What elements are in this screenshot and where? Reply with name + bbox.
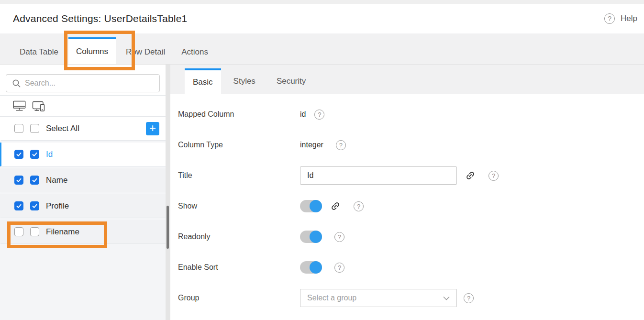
tab-columns[interactable]: Columns xyxy=(68,37,116,64)
search-input[interactable] xyxy=(25,79,159,88)
show-toggle[interactable] xyxy=(300,200,322,212)
column-label: Id xyxy=(46,150,53,159)
advanced-settings-modal: Advanced Settings: UserDetailsTable1 Hel… xyxy=(0,0,644,320)
tab-basic[interactable]: Basic xyxy=(185,68,221,94)
device-visibility-header xyxy=(0,96,166,117)
column-row-id[interactable]: Id xyxy=(0,143,166,166)
mobile-checkbox[interactable] xyxy=(30,201,39,210)
tab-styles[interactable]: Styles xyxy=(223,77,266,94)
chevron-down-icon xyxy=(443,296,450,300)
mobile-checkbox[interactable] xyxy=(30,227,39,236)
desktop-checkbox[interactable] xyxy=(14,176,23,185)
help-icon[interactable] xyxy=(336,140,346,150)
tab-security[interactable]: Security xyxy=(266,77,316,94)
tab-data-table[interactable]: Data Table xyxy=(11,47,67,64)
form-row-readonly: Readonly xyxy=(178,228,644,245)
field-label: Enable Sort xyxy=(178,263,300,272)
page-background-strip xyxy=(0,0,644,4)
group-select-placeholder: Select a group xyxy=(307,294,443,302)
column-row-filename[interactable]: Filename xyxy=(0,220,166,244)
help-icon xyxy=(604,13,615,24)
column-label: Profile xyxy=(46,201,69,211)
select-all-label: Select All xyxy=(46,124,79,133)
field-label: Title xyxy=(178,171,300,180)
form-row-title: Title xyxy=(178,167,644,184)
columns-sidebar: Select All + Id Name Profile xyxy=(0,65,166,320)
form-row-group: Group Select a group xyxy=(178,289,644,307)
desktop-checkbox[interactable] xyxy=(14,124,23,133)
column-detail-panel: Basic Styles Security Mapped Column id C… xyxy=(170,65,644,320)
form-row-column-type: Column Type integer xyxy=(178,136,644,154)
form-row-mapped-column: Mapped Column id xyxy=(178,106,644,123)
form-row-show: Show xyxy=(178,198,644,215)
column-type-value: integer xyxy=(300,141,323,149)
desktop-checkbox[interactable] xyxy=(14,227,23,236)
tab-actions[interactable]: Actions xyxy=(173,47,216,64)
basic-settings-form: Mapped Column id Column Type integer Tit… xyxy=(170,94,644,320)
mapped-column-value: id xyxy=(300,110,306,119)
help-label: Help xyxy=(621,14,637,23)
mobile-checkbox[interactable] xyxy=(30,176,39,185)
desktop-checkbox[interactable] xyxy=(14,201,23,210)
columns-tab-content: Select All + Id Name Profile xyxy=(0,65,644,320)
column-label: Name xyxy=(46,176,67,185)
link-icon[interactable] xyxy=(462,167,478,184)
mobile-checkbox[interactable] xyxy=(30,150,39,159)
help-icon[interactable] xyxy=(334,232,344,242)
group-select[interactable]: Select a group xyxy=(300,289,457,307)
page-title: Advanced Settings: UserDetailsTable1 xyxy=(13,13,187,24)
mobile-checkbox[interactable] xyxy=(30,124,39,133)
help-icon[interactable] xyxy=(314,110,324,120)
link-icon[interactable] xyxy=(327,198,344,214)
title-input[interactable] xyxy=(300,171,456,180)
search-icon xyxy=(12,79,21,88)
main-tab-bar: Data Table Columns Row Detail Actions xyxy=(0,33,644,65)
help-icon[interactable] xyxy=(354,201,364,211)
help-icon[interactable] xyxy=(334,263,344,273)
sidebar-scrollbar[interactable] xyxy=(166,65,170,320)
form-row-enable-sort: Enable Sort xyxy=(178,259,644,276)
column-label: Filename xyxy=(46,227,79,237)
detail-tab-bar: Basic Styles Security xyxy=(170,65,644,94)
select-all-row: Select All + xyxy=(0,117,166,141)
field-label: Group xyxy=(178,294,300,302)
field-label: Show xyxy=(178,202,300,210)
modal-header: Advanced Settings: UserDetailsTable1 Hel… xyxy=(0,4,644,33)
scrollbar-thumb[interactable] xyxy=(167,206,169,249)
desktop-checkbox[interactable] xyxy=(14,150,23,159)
field-label: Readonly xyxy=(178,232,300,241)
devices-icon xyxy=(32,100,46,112)
help-icon[interactable] xyxy=(464,293,474,303)
search-section xyxy=(0,65,166,96)
enable-sort-toggle[interactable] xyxy=(300,261,322,274)
field-label: Mapped Column xyxy=(178,110,300,119)
column-row-name[interactable]: Name xyxy=(0,168,166,192)
add-column-button[interactable]: + xyxy=(146,122,159,135)
tab-row-detail[interactable]: Row Detail xyxy=(118,47,173,64)
readonly-toggle[interactable] xyxy=(300,231,322,243)
help-icon[interactable] xyxy=(489,171,499,181)
column-row-profile[interactable]: Profile xyxy=(0,194,166,218)
desktop-icon xyxy=(13,100,26,111)
field-label: Column Type xyxy=(178,141,300,149)
help-button[interactable]: Help xyxy=(604,13,637,24)
search-box[interactable] xyxy=(6,74,160,92)
